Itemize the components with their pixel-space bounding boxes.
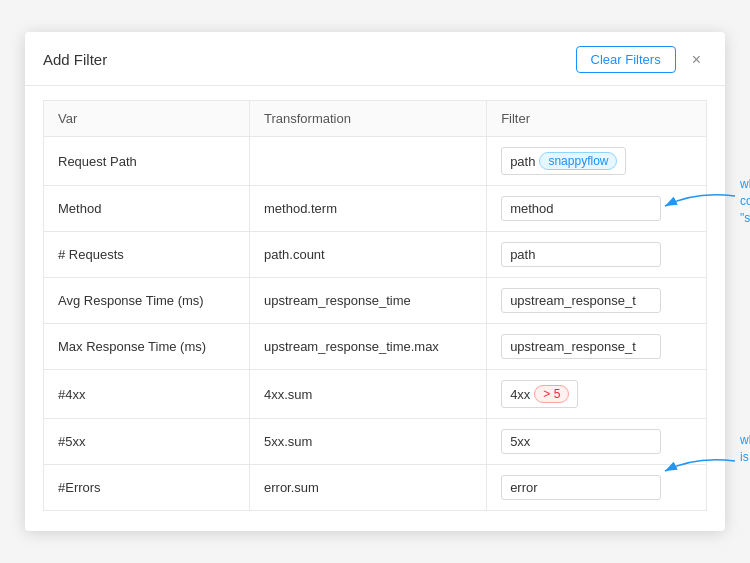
header-actions: Clear Filters × bbox=[576, 46, 707, 73]
cell-filter[interactable]: path snappyflow bbox=[487, 137, 707, 186]
cell-var: Max Response Time (ms) bbox=[44, 324, 250, 370]
filter-chip-red[interactable]: > 5 bbox=[534, 385, 569, 403]
cell-filter[interactable] bbox=[487, 186, 707, 232]
cell-filter[interactable] bbox=[487, 232, 707, 278]
col-header-var: Var bbox=[44, 101, 250, 137]
cell-filter[interactable] bbox=[487, 419, 707, 465]
cell-transformation: upstream_response_time.max bbox=[250, 324, 487, 370]
clear-filters-button[interactable]: Clear Filters bbox=[576, 46, 676, 73]
add-filter-dialog: Add Filter Clear Filters × Var Transform… bbox=[25, 32, 725, 531]
table-row: Avg Response Time (ms)upstream_response_… bbox=[44, 278, 707, 324]
table-row: Methodmethod.term bbox=[44, 186, 707, 232]
table-row: # Requestspath.count bbox=[44, 232, 707, 278]
cell-filter[interactable] bbox=[487, 324, 707, 370]
dialog-body: Var Transformation Filter Request Pathpa… bbox=[25, 86, 725, 531]
cell-var: Request Path bbox=[44, 137, 250, 186]
cell-transformation: 4xx.sum bbox=[250, 370, 487, 419]
table-row: Request Pathpath snappyflow bbox=[44, 137, 707, 186]
cell-var: Method bbox=[44, 186, 250, 232]
filter-chip[interactable]: snappyflow bbox=[539, 152, 617, 170]
cell-transformation: upstream_response_time bbox=[250, 278, 487, 324]
cell-var: #5xx bbox=[44, 419, 250, 465]
table-row: #5xx5xx.sum bbox=[44, 419, 707, 465]
cell-transformation: method.term bbox=[250, 186, 487, 232]
filter-text-input[interactable] bbox=[501, 288, 661, 313]
table-header-row: Var Transformation Filter bbox=[44, 101, 707, 137]
cell-var: #Errors bbox=[44, 465, 250, 511]
filter-tag-input[interactable]: 4xx> 5 bbox=[501, 380, 578, 408]
close-button[interactable]: × bbox=[686, 50, 707, 70]
dialog-title: Add Filter bbox=[43, 51, 107, 68]
cell-transformation: 5xx.sum bbox=[250, 419, 487, 465]
filter-text-input[interactable] bbox=[501, 196, 661, 221]
cell-filter[interactable]: 4xx> 5 bbox=[487, 370, 707, 419]
filter-table: Var Transformation Filter Request Pathpa… bbox=[43, 100, 707, 511]
annotation-4xx-text: where 4xxis GT 5 bbox=[740, 432, 750, 466]
filter-text-input[interactable] bbox=[501, 334, 661, 359]
cell-var: #4xx bbox=[44, 370, 250, 419]
dialog-header: Add Filter Clear Filters × bbox=[25, 32, 725, 86]
cell-filter[interactable] bbox=[487, 278, 707, 324]
cell-var: # Requests bbox=[44, 232, 250, 278]
filter-text-input[interactable] bbox=[501, 429, 661, 454]
cell-transformation bbox=[250, 137, 487, 186]
annotation-path-text: where Pathcontains"snappyflow" bbox=[740, 176, 750, 226]
col-header-transformation: Transformation bbox=[250, 101, 487, 137]
table-row: Max Response Time (ms)upstream_response_… bbox=[44, 324, 707, 370]
cell-var: Avg Response Time (ms) bbox=[44, 278, 250, 324]
filter-tag-input[interactable]: path snappyflow bbox=[501, 147, 626, 175]
cell-transformation: error.sum bbox=[250, 465, 487, 511]
table-row: #4xx4xx.sum4xx> 5 bbox=[44, 370, 707, 419]
filter-text-input[interactable] bbox=[501, 242, 661, 267]
col-header-filter: Filter bbox=[487, 101, 707, 137]
cell-transformation: path.count bbox=[250, 232, 487, 278]
table-row: #Errorserror.sum bbox=[44, 465, 707, 511]
cell-filter[interactable] bbox=[487, 465, 707, 511]
filter-text-input[interactable] bbox=[501, 475, 661, 500]
